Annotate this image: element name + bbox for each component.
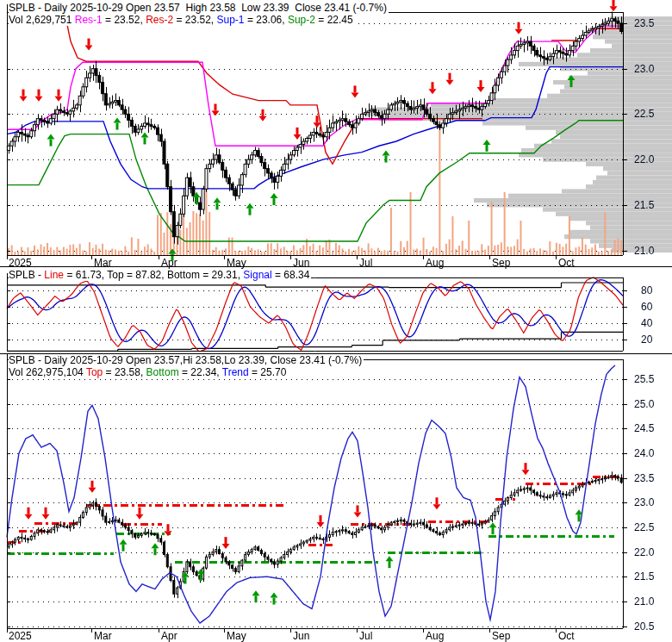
x-axis-label-panel1: Aug — [426, 257, 444, 269]
x-axis-label-panel1: Jun — [293, 257, 309, 269]
y-axis-label-panel3: 22.0 — [634, 546, 654, 558]
y-axis-label-panel1: 22.5 — [634, 108, 654, 120]
y-axis-label-panel3: 22.5 — [634, 521, 654, 533]
header-token: Vol 2,629,751 — [9, 14, 75, 26]
panel1-header-line2: Vol 2,629,751 Res-1 = 23.52, Res-2 = 23.… — [9, 15, 355, 26]
x-axis-label-panel1: Mar — [94, 257, 112, 269]
header-token: = 23.58, — [103, 366, 146, 378]
header-token: SPLB - Daily 2025-10-29 Open 23.57 High … — [9, 2, 387, 14]
y-axis-label-panel2: 40 — [641, 317, 652, 329]
header-token: SPLB - — [9, 269, 44, 281]
header-token: SPLB - Daily 2025-10-29 Open 23.57,Hi 23… — [9, 354, 362, 366]
y-axis-label-panel3: 21.5 — [634, 570, 654, 583]
header-token: Signal — [243, 269, 271, 281]
header-token: Sup-1 — [217, 14, 245, 26]
x-axis-label-panel3: Jul — [359, 630, 372, 642]
x-axis-label-panel3: Sep — [492, 630, 510, 642]
y-axis-label-panel2: 60 — [641, 301, 652, 313]
y-axis-label-panel3: 24.5 — [634, 422, 654, 434]
x-axis-label-panel3: Jun — [293, 630, 309, 642]
header-token: Trend — [222, 366, 249, 378]
x-axis-label-panel1: Oct — [558, 257, 575, 269]
x-axis-label-panel3: May — [227, 630, 246, 642]
header-token: = 61.73, Top = 87.82, Bottom = 29.31, — [64, 269, 243, 281]
x-axis-label-panel1: May — [227, 257, 246, 269]
x-axis-label-panel3: Oct — [558, 630, 575, 642]
x-axis-label-panel1: Sep — [492, 257, 510, 269]
x-axis-label-panel3: Aug — [426, 630, 444, 642]
x-axis-label-panel3: Apr — [161, 630, 177, 642]
header-token: Res-2 — [146, 14, 173, 26]
header-token: Line — [44, 269, 64, 281]
y-axis-label-panel3: 25.5 — [634, 373, 654, 385]
header-token: = 22.45 — [315, 14, 353, 26]
y-axis-label-panel3: 20.5 — [634, 620, 654, 633]
panel2-header-line1: SPLB - Line = 61.73, Top = 87.82, Bottom… — [9, 270, 311, 281]
x-axis-label-panel3: 2025 — [9, 630, 32, 642]
y-axis-label-panel1: 22.0 — [634, 153, 654, 165]
header-token: = 22.34, — [179, 366, 222, 378]
header-token: = 68.34 — [272, 269, 310, 281]
y-axis-label-panel3: 21.0 — [634, 595, 654, 608]
x-axis-label-panel3: Mar — [94, 630, 112, 642]
y-axis-label-panel2: 80 — [641, 284, 652, 296]
x-axis-label-panel1: Jul — [359, 257, 372, 269]
charts-canvas[interactable] — [0, 0, 672, 642]
panel1-header-line1: SPLB - Daily 2025-10-29 Open 23.57 High … — [9, 3, 389, 14]
panel3-header-line1: SPLB - Daily 2025-10-29 Open 23.57,Hi 23… — [9, 355, 364, 366]
y-axis-label-panel3: 23.0 — [634, 496, 654, 508]
y-axis-label-panel2: 20 — [641, 333, 652, 346]
header-token: = 25.70 — [249, 366, 287, 378]
header-token: Sup-2 — [288, 14, 315, 26]
y-axis-label-panel3: 25.0 — [634, 398, 654, 410]
header-token: Res-1 — [75, 14, 103, 26]
x-axis-label-panel1: Apr — [161, 257, 177, 269]
header-token: = 23.06, — [245, 14, 288, 26]
panel3-header-line2: Vol 262,975,104 Top = 23.58, Bottom = 22… — [9, 367, 288, 378]
header-token: = 23.52, — [173, 14, 216, 26]
header-token: Vol 262,975,104 — [9, 366, 86, 378]
header-token: = 23.52, — [103, 14, 146, 26]
y-axis-label-panel1: 23.0 — [634, 63, 654, 75]
y-axis-label-panel3: 23.5 — [634, 472, 654, 484]
y-axis-label-panel1: 21.5 — [634, 199, 654, 211]
header-token: Top — [86, 366, 103, 378]
y-axis-label-panel1: 21.0 — [634, 245, 654, 257]
header-token: Bottom — [146, 366, 179, 378]
y-axis-label-panel3: 24.0 — [634, 447, 654, 459]
y-axis-label-panel1: 23.5 — [634, 17, 654, 29]
chart-window: SPLB - Daily 2025-10-29 Open 23.57 High … — [0, 0, 672, 642]
x-axis-label-panel1: 2025 — [9, 257, 32, 269]
